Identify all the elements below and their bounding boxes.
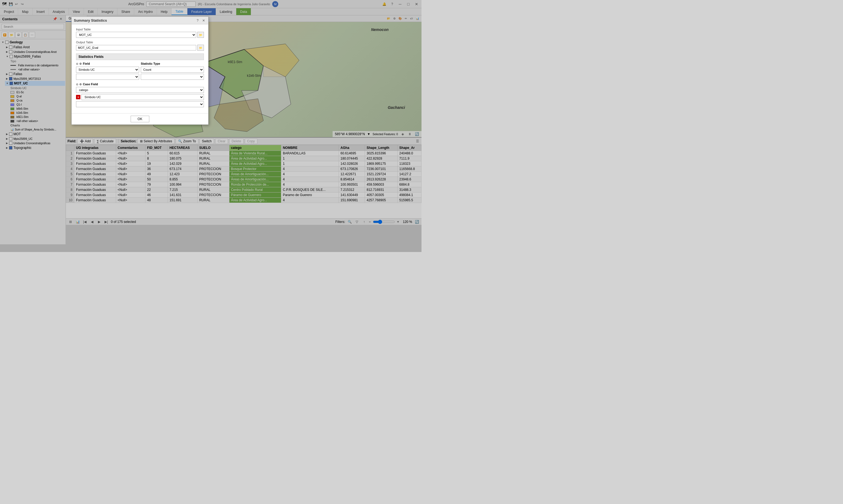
modal-title: Summary Statistics [74,18,107,22]
field-col-header: ⊙ ⚙ Field [76,62,139,66]
summary-statistics-modal: Summary Statistics ? ✕ Input Table MOT_U… [71,16,209,125]
stat-type-label: Statistic Type [141,62,160,65]
output-table-row: Output Table 📁 [76,40,204,51]
case-field-select-2[interactable]: Símbolo UC [82,94,204,100]
case-field-label: Case Field [83,83,98,86]
statistics-fields-section: Statistics Fields [76,53,204,60]
input-table-select[interactable]: MOT_UC [76,32,196,38]
case-field-row-2: ✕ Símbolo UC [76,94,204,100]
field-row-1: Símbolo UC Count [76,67,204,73]
output-table-label: Output Table [76,40,204,44]
stat-select-1[interactable]: Count [141,67,204,73]
case-field-remove-btn[interactable]: ✕ [76,95,81,99]
field-row-2 [76,74,204,80]
case-field-select-3[interactable] [76,101,204,107]
field-select-2[interactable] [76,74,139,80]
output-table-input[interactable] [76,45,196,51]
case-field-settings-icon[interactable]: ⚙ [79,83,82,86]
field-sort-icon[interactable]: ⊙ [76,62,78,65]
case-field-select-1[interactable]: catego [76,87,204,93]
modal-title-bar: Summary Statistics ? ✕ [72,17,208,24]
modal-help-icon[interactable]: ? [195,18,200,23]
output-table-browse-btn[interactable]: 📁 [197,45,204,51]
case-field-row-1: catego [76,87,204,93]
field-settings-icon[interactable]: ⚙ [79,62,82,65]
modal-close-icon[interactable]: ✕ [201,18,206,23]
modal-controls: ? ✕ [195,18,206,23]
case-field-sort-icon[interactable]: ⊙ [76,83,78,86]
input-table-row: Input Table MOT_UC 📁 [76,28,204,38]
input-table-input-row: MOT_UC 📁 [76,32,204,38]
case-field-row-3 [76,101,204,107]
field-col-label: Field [83,62,90,65]
stats-fields-label: Statistics Fields [78,55,103,59]
case-field-section: ⊙ ⚙ Case Field catego ✕ Símbolo UC [76,83,204,107]
ok-button[interactable]: OK [130,116,149,122]
input-table-browse-btn[interactable]: 📁 [197,32,204,38]
stats-column-headers: ⊙ ⚙ Field Statistic Type [76,62,204,66]
field-select-1[interactable]: Símbolo UC [76,67,139,73]
modal-body: Input Table MOT_UC 📁 Output Table 📁 S [72,24,208,113]
output-table-input-row: 📁 [76,45,204,51]
case-field-header: ⊙ ⚙ Case Field [76,83,204,86]
stat-select-2[interactable] [141,74,204,80]
modal-footer: OK [72,113,208,125]
stat-type-col-header: Statistic Type [141,62,204,66]
input-table-label: Input Table [76,28,204,31]
modal-overlay[interactable]: Summary Statistics ? ✕ Input Table MOT_U… [0,0,421,252]
